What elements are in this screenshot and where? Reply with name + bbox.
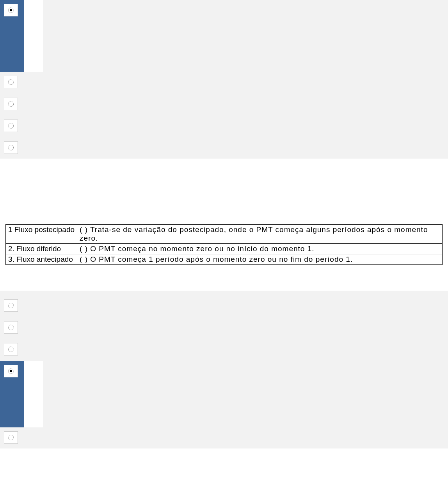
matching-table: 1 Fluxo postecipado ( ) Trata-se de vari…	[5, 224, 443, 265]
match-left-1: 1 Fluxo postecipado	[6, 225, 77, 244]
radio-icon	[4, 76, 18, 88]
radio-icon	[4, 343, 18, 356]
q2-option-e[interactable]	[0, 427, 448, 444]
radio-icon	[4, 98, 18, 110]
q2-option-d-content	[43, 373, 448, 427]
radio-icon	[4, 120, 18, 132]
match-left-3: 3. Fluxo antecipado	[6, 254, 77, 265]
q1-option-e[interactable]	[0, 138, 448, 154]
q1-option-b[interactable]	[0, 72, 448, 88]
radio-icon	[4, 321, 18, 334]
table-row: 2. Fluxo diferido ( ) O PMT começa no mo…	[6, 244, 443, 254]
match-right-1: ( ) Trata-se de variação do postecipado,…	[77, 225, 443, 244]
q1-option-d[interactable]	[0, 116, 448, 132]
q1-option-a[interactable]	[0, 0, 448, 72]
q2-option-c[interactable]	[0, 339, 448, 356]
q2-option-d[interactable]	[0, 361, 448, 427]
match-right-3: ( ) O PMT começa 1 período após o moment…	[77, 254, 443, 265]
q2-option-a[interactable]	[0, 295, 448, 312]
radio-icon	[4, 299, 18, 312]
radio-icon	[4, 4, 18, 16]
radio-icon	[4, 141, 18, 154]
question-1-options	[0, 0, 448, 159]
match-right-2: ( ) O PMT começa no momento zero ou no i…	[77, 244, 443, 254]
q1-option-c[interactable]	[0, 94, 448, 110]
question-2-options	[0, 291, 448, 448]
table-row: 3. Fluxo antecipado ( ) O PMT começa 1 p…	[6, 254, 443, 265]
q2-option-b[interactable]	[0, 317, 448, 334]
q1-option-a-content	[43, 13, 448, 72]
table-row: 1 Fluxo postecipado ( ) Trata-se de vari…	[6, 225, 443, 244]
radio-icon	[4, 431, 18, 444]
match-left-2: 2. Fluxo diferido	[6, 244, 77, 254]
radio-icon	[4, 365, 18, 377]
